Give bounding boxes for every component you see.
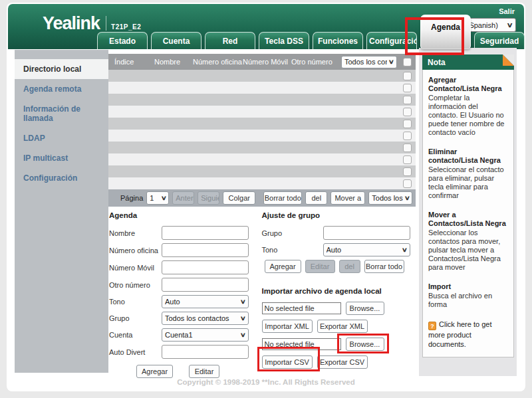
row-checkbox[interactable] [403,155,412,164]
note-section: Import Busca el archivo en forma [428,282,509,309]
import-xml-button[interactable]: Importar XML [262,320,313,333]
prev-page-button[interactable]: Anterior [172,191,194,205]
table-row [108,130,416,142]
tab-cuenta[interactable]: Cuenta [151,32,201,49]
contact-form-title: Agenda [109,211,262,219]
export-xml-button[interactable]: Exportar XML [317,320,368,333]
tab-red[interactable]: Red [205,32,255,49]
import-csv-button[interactable]: Importar CSV [262,355,313,369]
contact-edit-button[interactable]: Editar [189,365,219,378]
filter-selected-value: Todos los contactos [344,58,387,66]
note-column: Nota Agregar Contacto/Lista Negra Comple… [419,48,517,376]
table-row [108,165,416,177]
group-add-button[interactable]: Agregar [265,260,301,273]
numero-movil-input[interactable] [162,260,249,274]
column-header-mobile: Número Móvil [243,58,291,66]
move-to-button[interactable]: Mover a [331,191,365,205]
contact-form-buttons: Agregar Editar [109,365,262,378]
xml-browse-button[interactable]: Browse... [346,302,384,315]
xml-file-input[interactable]: No selected file [262,302,341,314]
group-form-title: Ajuste de grupo [262,211,416,219]
row-checkbox[interactable] [403,167,412,176]
field-label-cuenta: Cuenta [109,331,162,339]
row-checkbox[interactable] [403,132,412,140]
delete-all-button[interactable]: Borrar todo [263,191,302,205]
tono-select[interactable]: Auto∨ [162,295,249,308]
tab-tecla-dss[interactable]: Tecla DSS [259,32,309,49]
next-page-button[interactable]: Siguiente [198,191,219,205]
logout-link[interactable]: Salir [499,7,515,15]
row-checkbox[interactable] [403,179,412,188]
column-header-index: Índice [114,58,154,66]
row-checkbox[interactable] [403,72,412,80]
tab-bar: EstadoCuentaRedTecla DSSFuncionesConfigu… [97,32,525,49]
group-ring-select[interactable]: Auto ∨ [323,243,410,256]
sidebar-item-ldap[interactable]: LDAP [15,128,108,148]
page-select[interactable]: 1 ∨ [146,191,169,205]
row-checkbox[interactable] [403,84,412,92]
hangup-button[interactable]: Colgar [223,191,255,205]
note-section: Mover a Contactos/Lista Negra Selecciona… [428,211,509,272]
tab-label: Red [223,37,238,46]
directory-filter-select[interactable]: Todos los contactos ∨ [341,56,397,68]
field-label-otro-numero: Otro número [109,281,162,289]
chevron-down-icon: ∨ [240,315,246,322]
brand-model: T21P_E2 [111,23,141,31]
note-section: Agregar Contacto/Lista Negra Completar l… [428,76,509,137]
note-panel-body: Agregar Contacto/Lista Negra Completar l… [422,70,514,357]
tab-estado[interactable]: Estado [97,32,148,49]
row-checkbox[interactable] [403,108,412,116]
tab-agenda[interactable]: Agenda [420,15,471,49]
chevron-down-icon: ∨ [388,58,394,65]
delete-button[interactable]: del [305,191,327,205]
auto-divert-input[interactable] [162,345,249,359]
nombre-input[interactable] [162,226,249,240]
export-csv-button[interactable]: Exportar CSV [317,355,368,369]
csv-file-input[interactable]: No selected file [262,338,341,350]
brand-logo: Yealink T21P_E2 [43,15,141,32]
sidebar-item-ip-multicast[interactable]: IP multicast [15,148,108,168]
note-section-heading: Agregar Contacto/Lista Negra [428,76,509,93]
row-checkbox[interactable] [403,120,412,128]
row-checkbox[interactable] [403,144,412,152]
note-panel-header: Nota [422,54,514,70]
field-label-tono: Tono [109,298,162,306]
cuenta-select[interactable]: Cuenta1∨ [162,328,249,342]
import-section-title: Importar archivo de agenda local [262,287,416,295]
note-title: Nota [428,58,446,67]
move-target-select[interactable]: Todos los contactos ∨ [368,191,412,205]
group-delete-button[interactable]: del [339,260,360,273]
row-checkbox[interactable] [403,96,412,104]
note-section-heading: Import [428,282,509,291]
field-label-auto-divert: Auto Divert [109,348,162,356]
xml-buttons: Importar XML Exportar XML [262,320,416,333]
document-icon: ? [428,322,436,330]
copyright-text: Copyright © 1998-2019 **Inc. All Rights … [7,378,525,386]
tab-label: Funciones [318,37,358,46]
sidebar-item-configuracion[interactable]: Configuración [15,168,108,188]
otro-numero-input[interactable] [162,278,249,292]
table-row [108,94,416,106]
group-name-label: Grupo [262,229,323,237]
product-docs-link[interactable]: ?Click here to get more product document… [428,320,509,349]
sidebar-item-agenda-remota[interactable]: Agenda remota [15,79,108,99]
contact-add-button[interactable]: Agregar [136,365,173,378]
numero-oficina-input[interactable] [162,243,249,257]
tab-seguridad[interactable]: Seguridad [474,32,525,49]
column-header-name: Nombre [154,58,193,66]
sidebar-item-informacion-de-llamada[interactable]: Información de llamada [15,99,108,128]
group-delete-all-button[interactable]: Borrar todo [364,260,404,273]
tab-configuracion[interactable]: Configuración [366,32,417,49]
grupo-select[interactable]: Todos los contactos∨ [162,312,249,325]
note-section-heading: Mover a Contactos/Lista Negra [428,211,509,228]
sidebar-item-directorio-local[interactable]: Directorio local [15,59,108,79]
group-edit-button[interactable]: Editar [305,260,335,273]
group-name-input[interactable] [323,226,410,240]
forms-area: Agenda NombreNúmero oficinaNúmero MóvilO… [108,211,416,378]
field-label-nombre: Nombre [109,229,162,237]
tab-funciones[interactable]: Funciones [313,32,363,49]
select-all-checkbox[interactable] [403,58,412,66]
csv-buttons: Importar CSV Exportar CSV [262,355,416,369]
csv-browse-button[interactable]: Browse... [346,338,384,351]
chevron-down-icon: ∨ [240,298,246,305]
